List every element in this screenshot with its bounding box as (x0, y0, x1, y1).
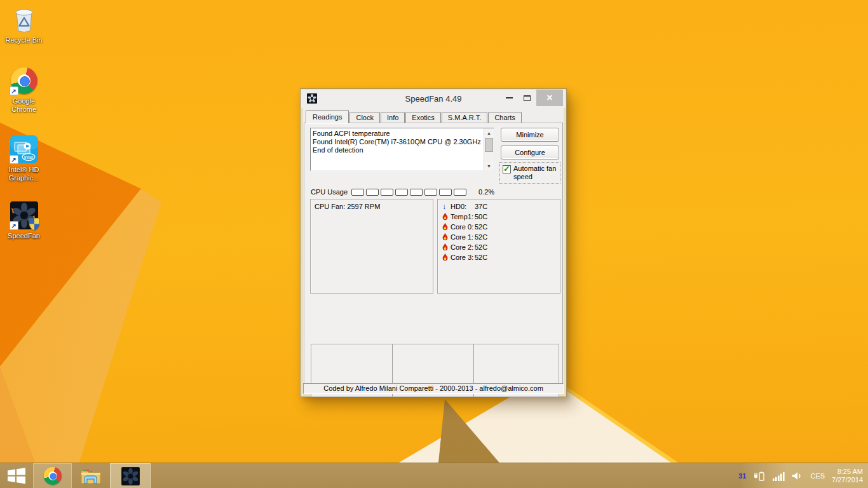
start-button[interactable] (0, 463, 33, 488)
clock-time: 8:25 AM (832, 468, 863, 476)
temp-name: Temp1: (451, 213, 475, 220)
cpu-usage-row: CPU Usage 0.2% (311, 187, 494, 197)
flame-icon (442, 213, 451, 220)
scroll-up-icon[interactable]: ▲ (484, 128, 494, 137)
temp-row: Core 0: 52C (442, 222, 487, 231)
recycle-bin-icon (10, 5, 39, 34)
speedfan-icon (121, 467, 140, 485)
chrome-icon: ↗ (10, 66, 39, 95)
temp-value: 52C (475, 223, 487, 231)
desktop-icon-intel-hd-graphics[interactable]: intel ↗ Intel® HD Graphic... (0, 135, 48, 182)
file-explorer-icon (81, 467, 101, 485)
cpu-usage-segment (439, 189, 452, 196)
shortcut-arrow-icon: ↗ (10, 221, 18, 230)
temp-name: HD0: (451, 203, 475, 210)
flame-icon (442, 223, 451, 231)
temp-name: Core 0: (451, 223, 475, 231)
temp-value: 50C (475, 213, 487, 220)
detection-log-list[interactable]: Found ACPI temperature Found Intel(R) Co… (310, 128, 494, 171)
scroll-down-icon[interactable]: ▼ (484, 161, 494, 170)
language-indicator[interactable]: CES (810, 472, 825, 480)
tab-smart[interactable]: S.M.A.R.T. (442, 112, 488, 123)
minimize-window-button[interactable] (502, 90, 516, 106)
desktop: Recycle Bin ↗ Google Chrome intel ↗ Inte… (0, 0, 868, 488)
scrollbar-thumb[interactable] (485, 138, 493, 152)
temp-value: 37C (475, 203, 487, 210)
desktop-icon-google-chrome[interactable]: ↗ Google Chrome (0, 66, 48, 114)
taskbar: 31 CES 8:25 AM 7/27/2014 (0, 463, 868, 488)
cpu-usage-label: CPU Usage (311, 188, 348, 196)
taskbar-file-explorer-button[interactable] (72, 463, 110, 488)
log-scrollbar[interactable]: ▲ ▼ (484, 128, 494, 170)
title-bar[interactable]: SpeedFan 4.49 × (301, 90, 566, 108)
intel-hd-icon: intel ↗ (10, 135, 39, 164)
cpu-usage-segment (351, 189, 364, 196)
tab-charts[interactable]: Charts (488, 112, 521, 123)
minimize-button[interactable]: Minimize (501, 128, 559, 142)
temperature-readings-panel: ↓ HD0: 37C Temp1: 50C (437, 199, 560, 294)
cpu-usage-segment (381, 189, 393, 196)
clock-date: 7/27/2014 (832, 476, 863, 484)
log-line: Found Intel(R) Core(TM) i7-3610QM CPU @ … (313, 138, 482, 146)
status-bar: Coded by Alfredo Milani Comparetti - 200… (303, 383, 564, 394)
shield-icon (29, 218, 40, 231)
readings-tab-page: Found ACPI temperature Found Intel(R) Co… (304, 123, 563, 384)
temp-row: Core 3: 52C (442, 253, 487, 262)
fan-readings-panel: CPU Fan: 2597 RPM (310, 199, 433, 294)
cpu-usage-segment (410, 189, 423, 196)
cpu-usage-segment (424, 189, 437, 196)
icon-label: Google Chrome (5, 97, 43, 114)
temp-row: Temp1: 50C (442, 212, 487, 221)
tab-info[interactable]: Info (381, 112, 405, 123)
desktop-icon-recycle-bin[interactable]: Recycle Bin (0, 5, 48, 44)
network-signal-icon[interactable] (773, 471, 785, 481)
desktop-icon-speedfan[interactable]: ↗ SpeedFan (0, 201, 48, 240)
temp-down-icon: ↓ (442, 203, 451, 210)
tab-exotics[interactable]: Exotics (405, 112, 440, 123)
automatic-fan-speed-checkbox[interactable] (503, 165, 511, 173)
cpu-usage-segment (395, 189, 408, 196)
speedfan-tray-temp[interactable]: 31 (738, 472, 746, 480)
shortcut-arrow-icon: ↗ (10, 155, 18, 164)
checkbox-label: Automatic fan speed (513, 165, 559, 183)
taskbar-speedfan-button[interactable] (110, 463, 151, 488)
cpu-usage-segment (366, 189, 379, 196)
speedfan-icon: ↗ (10, 201, 39, 230)
flame-icon (442, 233, 451, 241)
temp-name: Core 1: (451, 233, 475, 241)
temp-row: Core 2: 52C (442, 243, 487, 252)
volume-icon[interactable] (792, 471, 803, 480)
taskbar-clock[interactable]: 8:25 AM 7/27/2014 (832, 468, 863, 484)
taskbar-chrome-button[interactable] (33, 463, 72, 488)
icon-label: Intel® HD Graphic... (2, 166, 46, 182)
flame-icon (442, 254, 451, 261)
flame-icon (442, 243, 451, 251)
tab-strip: Readings Clock Info Exotics S.M.A.R.T. C… (306, 110, 522, 123)
cpu-usage-value: 0.2% (478, 188, 494, 196)
shortcut-arrow-icon: ↗ (10, 86, 18, 95)
configure-button[interactable]: Configure (501, 146, 559, 159)
automatic-fan-speed-group[interactable]: Automatic fan speed (499, 162, 560, 184)
temp-name: Core 2: (451, 243, 475, 251)
svg-text:intel: intel (24, 154, 33, 160)
log-line: Found ACPI temperature (313, 130, 482, 138)
system-tray: 31 CES 8:25 AM 7/27/2014 (738, 463, 863, 488)
temp-row: ↓ HD0: 37C (442, 202, 487, 211)
windows-logo-icon (7, 466, 26, 485)
cpu-usage-segment (454, 189, 466, 196)
speedfan-window: SpeedFan 4.49 × Readings Clock Info Exot… (300, 88, 567, 397)
cpu-fan-rpm: CPU Fan: 2597 RPM (315, 203, 380, 210)
temp-value: 52C (475, 243, 487, 251)
icon-label: Recycle Bin (5, 36, 42, 44)
close-window-button[interactable]: × (536, 90, 563, 106)
temp-value: 52C (475, 233, 487, 241)
window-client-area: Readings Clock Info Exotics S.M.A.R.T. C… (303, 108, 564, 394)
icon-label: SpeedFan (8, 232, 40, 240)
log-line: End of detection (313, 146, 482, 154)
temp-row: Core 1: 52C (442, 233, 487, 241)
temp-name: Core 3: (451, 254, 475, 261)
tab-clock[interactable]: Clock (349, 112, 380, 123)
battery-icon[interactable] (753, 471, 766, 481)
tab-readings[interactable]: Readings (306, 110, 349, 123)
maximize-window-button[interactable] (520, 90, 534, 106)
